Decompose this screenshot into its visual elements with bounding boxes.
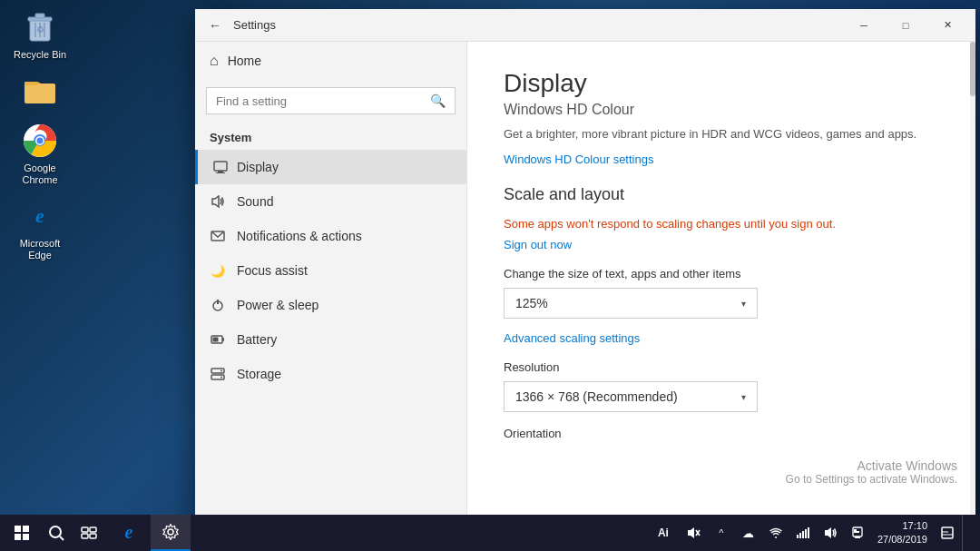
scale-layout-title: Scale and layout: [504, 185, 939, 204]
svg-rect-13: [214, 162, 227, 171]
notifications-nav-label: Notifications & actions: [237, 229, 362, 243]
minimize-button[interactable]: ─: [843, 9, 885, 42]
taskbar-ai-button[interactable]: Ai: [647, 517, 680, 549]
taskbar-speaker-muted-icon[interactable]: [681, 517, 707, 549]
svg-marker-16: [212, 196, 219, 207]
folder-icon[interactable]: [7, 72, 73, 112]
maximize-button[interactable]: □: [885, 9, 926, 42]
svg-rect-34: [90, 527, 96, 532]
advanced-scaling-link[interactable]: Advanced scaling settings: [504, 331, 640, 345]
svg-rect-44: [805, 529, 807, 538]
scale-dropdown-arrow: ▾: [741, 299, 746, 309]
svg-point-26: [220, 377, 222, 379]
recycle-bin-icon[interactable]: ♻ Recycle Bin: [7, 9, 73, 61]
svg-rect-28: [23, 526, 29, 532]
edge-icon[interactable]: e Microsoft Edge: [7, 198, 73, 261]
activate-watermark: Activate Windows Go to Settings to activ…: [786, 458, 957, 486]
desktop: ♻ Recycle Bin: [0, 0, 980, 551]
folder-image: [22, 72, 58, 108]
taskbar-network-icon[interactable]: [763, 517, 789, 549]
settings-window: ← Settings ─ □ ✕ ⌂ Home 🔍 System: [195, 9, 975, 522]
scale-value: 125%: [515, 296, 548, 310]
scroll-thumb[interactable]: [970, 42, 975, 96]
chrome-label: Google Chrome: [7, 162, 73, 186]
svg-rect-43: [802, 531, 804, 538]
search-box[interactable]: 🔍: [206, 87, 456, 114]
orientation-label: Orientation: [504, 427, 939, 440]
sign-out-link[interactable]: Sign out now: [504, 238, 572, 251]
warning-text: Some apps won't respond to scaling chang…: [504, 215, 939, 233]
taskbar-settings-app[interactable]: [151, 515, 191, 551]
nav-home-item[interactable]: ⌂ Home: [195, 42, 466, 80]
scroll-indicator[interactable]: [970, 42, 975, 522]
sound-nav-label: Sound: [237, 194, 273, 209]
show-desktop-button[interactable]: [962, 515, 969, 551]
size-field-label: Change the size of text, apps and other …: [504, 267, 939, 280]
chrome-image: [22, 123, 58, 159]
taskbar-task-view-button[interactable]: [73, 517, 105, 549]
taskbar-edge-app[interactable]: e: [109, 515, 149, 551]
nav-item-display[interactable]: Display: [195, 150, 466, 184]
svg-text:♻: ♻: [36, 25, 44, 34]
chrome-icon[interactable]: Google Chrome: [7, 123, 73, 186]
focus-nav-label: Focus assist: [237, 263, 308, 278]
taskbar-chevron-icon[interactable]: ^: [709, 517, 734, 549]
power-nav-label: Power & sleep: [237, 298, 318, 312]
taskbar-clock[interactable]: 17:10 27/08/2019: [872, 515, 933, 551]
nav-item-battery[interactable]: Battery: [195, 322, 466, 357]
close-button[interactable]: ✕: [926, 9, 968, 42]
resolution-dropdown-arrow: ▾: [741, 392, 746, 402]
search-input[interactable]: [216, 94, 423, 108]
taskbar-cloud-icon[interactable]: ☁: [736, 517, 761, 549]
taskbar-notification-center[interactable]: [935, 517, 960, 549]
window-controls: ─ □ ✕: [843, 9, 968, 42]
taskbar-right: Ai ^ ☁: [647, 515, 976, 551]
taskbar-wifi-icon[interactable]: [790, 517, 816, 549]
svg-rect-22: [213, 338, 219, 342]
svg-rect-27: [15, 526, 21, 532]
taskbar: e Ai: [0, 515, 980, 551]
nav-item-storage[interactable]: Storage: [195, 357, 466, 391]
notifications-nav-icon: [210, 228, 226, 244]
nav-item-focus[interactable]: 🌙 Focus assist: [195, 253, 466, 288]
content-panel: Display Windows HD Colour Get a brighter…: [467, 42, 975, 522]
battery-nav-icon: [210, 331, 226, 348]
svg-rect-48: [855, 536, 860, 538]
svg-rect-45: [808, 527, 809, 538]
svg-line-32: [60, 536, 64, 540]
taskbar-date: 27/08/2019: [877, 533, 927, 546]
activate-title: Activate Windows: [786, 458, 957, 473]
recycle-bin-label: Recycle Bin: [14, 49, 66, 61]
svg-rect-21: [222, 338, 224, 341]
nav-item-power[interactable]: Power & sleep: [195, 288, 466, 322]
svg-marker-46: [825, 527, 831, 538]
edge-image: e: [22, 198, 58, 234]
sound-nav-icon: [210, 193, 226, 210]
svg-rect-41: [797, 535, 799, 538]
desktop-icons: ♻ Recycle Bin: [7, 9, 73, 261]
taskbar-search-button[interactable]: [40, 517, 73, 549]
back-button[interactable]: ←: [202, 13, 228, 38]
start-button[interactable]: [4, 515, 40, 551]
scale-dropdown[interactable]: 125% ▾: [504, 288, 758, 319]
taskbar-power-icon[interactable]: [845, 517, 870, 549]
resolution-value: 1366 × 768 (Recommended): [515, 389, 678, 404]
taskbar-apps: e: [109, 515, 191, 551]
nav-item-sound[interactable]: Sound: [195, 184, 466, 219]
display-nav-label: Display: [237, 160, 279, 174]
svg-rect-35: [82, 534, 88, 538]
storage-nav-label: Storage: [237, 367, 281, 381]
svg-rect-51: [942, 527, 953, 538]
taskbar-volume-icon[interactable]: [818, 517, 843, 549]
search-icon: 🔍: [430, 93, 446, 108]
svg-rect-2: [35, 14, 44, 18]
display-nav-icon: [212, 159, 229, 175]
svg-rect-49: [854, 529, 857, 533]
hd-colour-subtitle: Windows HD Colour: [504, 102, 939, 118]
svg-point-25: [220, 370, 222, 372]
resolution-dropdown[interactable]: 1366 × 768 (Recommended) ▾: [504, 381, 758, 412]
svg-rect-30: [23, 534, 29, 540]
nav-item-notifications[interactable]: Notifications & actions: [195, 219, 466, 253]
hd-colour-link[interactable]: Windows HD Colour settings: [504, 153, 653, 166]
activate-sub: Go to Settings to activate Windows.: [786, 473, 957, 486]
